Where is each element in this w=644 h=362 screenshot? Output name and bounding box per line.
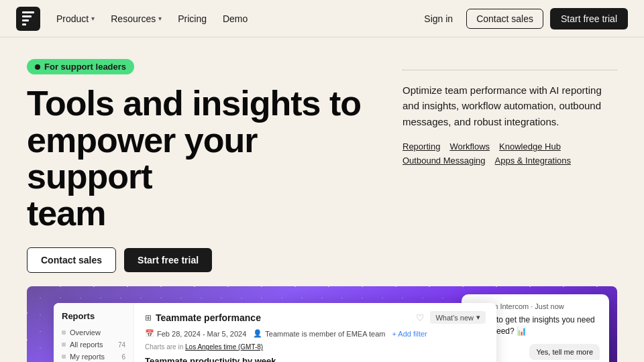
sidebar-dot-icon [62, 355, 66, 359]
hero-link-outbound[interactable]: Outbound Messaging [402, 156, 486, 166]
sidebar-item-my-reports[interactable]: My reports 6 [59, 351, 128, 362]
hero-title-line2: empower your support [27, 121, 257, 196]
hero-section: For support leaders Tools and insights t… [0, 38, 644, 273]
dashboard-header: ⊞ Teammate performance ♡ What's new ▾ [145, 311, 486, 324]
teammate-filter-label: Teammate is member of EMEA team [265, 330, 385, 338]
logo-icon [22, 11, 34, 25]
audience-badge: For support leaders [27, 59, 134, 74]
nav-demo[interactable]: Demo [223, 13, 248, 24]
hero-link-integrations[interactable]: Apps & Integrations [495, 156, 571, 166]
dotted-divider [402, 70, 617, 70]
signin-button[interactable]: Sign in [417, 9, 460, 28]
sidebar-dot-icon [62, 343, 66, 347]
hero-title: Tools and insights to empower your suppo… [27, 85, 376, 231]
add-filter-button[interactable]: + Add filter [392, 330, 427, 338]
sidebar-title: Reports [59, 311, 128, 326]
hero-link-reporting[interactable]: Reporting [402, 141, 440, 152]
chat-bubble-1: Yes, tell me more [529, 344, 600, 360]
hero-actions: Contact sales Start free trial [27, 247, 376, 273]
timezone-info: Charts are in Los Angeles time (GMT-8) [145, 343, 486, 351]
chevron-down-icon: ▾ [158, 15, 162, 22]
navbar: Product ▾ Resources ▾ Pricing Demo Sign … [0, 0, 644, 38]
heart-icon[interactable]: ♡ [416, 312, 425, 323]
hero-left: For support leaders Tools and insights t… [27, 59, 376, 273]
nav-left: Product ▾ Resources ▾ Pricing Demo [16, 7, 248, 31]
hero-right: Optimize team performance with AI report… [402, 59, 617, 273]
teammate-filter[interactable]: 👤 Teammate is member of EMEA team [253, 329, 385, 338]
nav-resources-label: Resources [111, 13, 156, 24]
hero-link-knowledge[interactable]: Knowledge Hub [499, 141, 561, 152]
contact-sales-hero-button[interactable]: Contact sales [27, 247, 116, 273]
sidebar-item-all-reports[interactable]: All reports 74 [59, 339, 128, 351]
nav-resources[interactable]: Resources ▾ [111, 13, 162, 24]
dashboard-main: ⊞ Teammate performance ♡ What's new ▾ 📅 … [134, 303, 496, 362]
timezone-link[interactable]: Los Angeles time (GMT-8) [185, 343, 263, 351]
dashboard-title-row: ⊞ Teammate performance [145, 312, 261, 323]
sidebar-item-overview[interactable]: Overview [59, 326, 128, 339]
sidebar-badge: 74 [118, 341, 125, 349]
chevron-down-icon: ▾ [91, 15, 95, 22]
app-dashboard: Reports Overview All reports 74 My repor… [54, 303, 496, 362]
nav-demo-label: Demo [223, 13, 248, 24]
hero-link-workflows[interactable]: Workflows [449, 141, 490, 152]
hero-title-line1: Tools and insights to [27, 84, 361, 123]
nav-pricing[interactable]: Pricing [178, 13, 207, 24]
sidebar-dot-icon [62, 330, 66, 335]
chevron-down-icon: ▾ [476, 313, 480, 322]
date-filter[interactable]: 📅 Feb 28, 2024 - Mar 5, 2024 [145, 329, 246, 338]
chart-title: Teammate productivity by week [145, 356, 486, 362]
dashboard-sidebar: Reports Overview All reports 74 My repor… [54, 303, 134, 362]
timezone-text: Charts are in [145, 343, 183, 351]
sidebar-item-label: Overview [70, 328, 101, 337]
hero-description: Optimize team performance with AI report… [402, 82, 617, 129]
logo-line-2 [22, 15, 32, 17]
nav-product-label: Product [56, 13, 89, 24]
nav-right: Sign in Contact sales Start free trial [417, 8, 628, 29]
contact-sales-nav-button[interactable]: Contact sales [466, 9, 543, 29]
sidebar-badge: 6 [121, 353, 125, 361]
free-trial-hero-button[interactable]: Start free trial [124, 248, 212, 272]
nav-product[interactable]: Product ▾ [56, 13, 95, 24]
free-trial-nav-button[interactable]: Start free trial [550, 8, 628, 29]
nav-pricing-label: Pricing [178, 13, 207, 24]
logo-line-1 [22, 11, 34, 13]
badge-dot [35, 64, 40, 70]
whats-new-label: What's new [435, 314, 474, 322]
hero-title-line3: team [27, 194, 105, 233]
logo[interactable] [16, 7, 40, 31]
hero-feature-links: Reporting Workflows Knowledge Hub Outbou… [402, 141, 617, 166]
person-icon: 👤 [253, 329, 262, 338]
filter-row: 📅 Feb 28, 2024 - Mar 5, 2024 👤 Teammate … [145, 329, 486, 338]
whats-new-button[interactable]: What's new ▾ [430, 311, 486, 324]
screenshot-area: Fin from Intercom · Just now Ready to ge… [27, 286, 617, 362]
logo-line-3 [22, 19, 29, 21]
dashboard-actions: ♡ What's new ▾ [416, 311, 486, 324]
sidebar-item-label: My reports [70, 353, 105, 361]
badge-label: For support leaders [44, 62, 126, 72]
dashboard-title: Teammate performance [156, 312, 261, 323]
sidebar-item-label: All reports [70, 341, 103, 349]
calendar-icon: 📅 [145, 329, 154, 338]
date-range-label: Feb 28, 2024 - Mar 5, 2024 [157, 330, 246, 338]
logo-line-4 [22, 23, 26, 25]
grid-icon: ⊞ [145, 313, 152, 322]
